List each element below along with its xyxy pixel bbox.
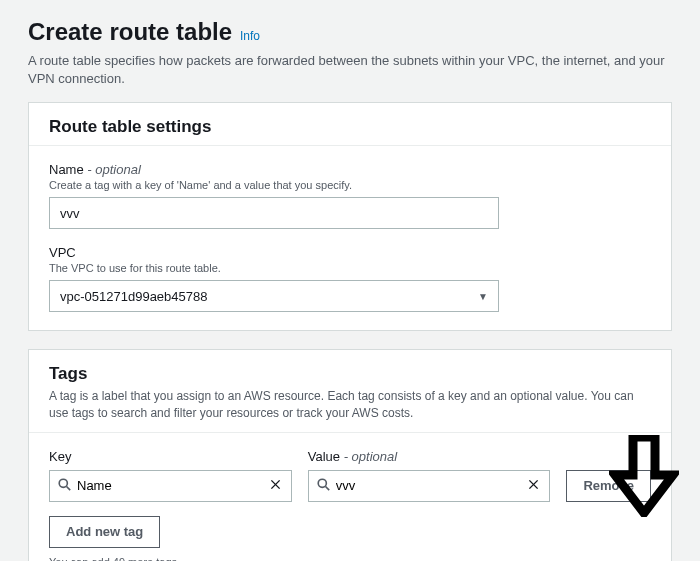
tags-panel: Tags A tag is a label that you assign to… (28, 349, 672, 561)
tags-panel-desc: A tag is a label that you assign to an A… (49, 388, 651, 422)
svg-point-4 (318, 480, 326, 488)
tag-key-input-wrapper[interactable] (49, 470, 292, 502)
svg-line-1 (67, 487, 71, 491)
tags-panel-title: Tags (49, 364, 651, 384)
vpc-label: VPC (49, 245, 651, 260)
svg-point-0 (59, 480, 67, 488)
vpc-help: The VPC to use for this route table. (49, 262, 651, 274)
search-icon (317, 478, 330, 493)
add-tag-button[interactable]: Add new tag (49, 516, 160, 548)
tag-value-input[interactable] (336, 478, 527, 493)
search-icon (58, 478, 71, 493)
settings-panel: Route table settings Name - optional Cre… (28, 102, 672, 331)
tag-key-input[interactable] (77, 478, 268, 493)
vpc-select[interactable]: vpc-051271d99aeb45788 ▼ (49, 280, 499, 312)
name-help: Create a tag with a key of 'Name' and a … (49, 179, 651, 191)
chevron-down-icon: ▼ (478, 291, 488, 302)
clear-icon[interactable] (268, 479, 283, 492)
tags-remaining-hint: You can add 49 more tags. (49, 556, 651, 561)
page-description: A route table specifies how packets are … (28, 52, 672, 88)
settings-panel-title: Route table settings (49, 117, 651, 137)
page-title: Create route table (28, 18, 232, 46)
remove-tag-button[interactable]: Remove (566, 470, 651, 502)
tag-value-label: Value - optional (308, 449, 551, 464)
clear-icon[interactable] (526, 479, 541, 492)
tag-key-label: Key (49, 449, 292, 464)
name-label: Name - optional (49, 162, 651, 177)
name-input[interactable] (49, 197, 499, 229)
svg-line-5 (325, 487, 329, 491)
info-link[interactable]: Info (240, 29, 260, 43)
tag-value-input-wrapper[interactable] (308, 470, 551, 502)
vpc-selected-value: vpc-051271d99aeb45788 (60, 289, 207, 304)
